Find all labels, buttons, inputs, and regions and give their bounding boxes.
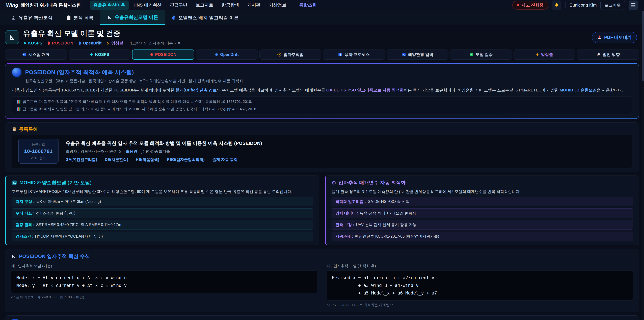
nav-item-reports[interactable]: 보고자료 bbox=[192, 1, 217, 10]
main-nav: 유출유 확산예측 HNS·대기확산 긴급구난 보고자료 항공탐색 게시판 기상정… bbox=[90, 1, 320, 10]
formula-model2: 제2 입자추적 모델 (최적화 후) Revised_x = a1·curren… bbox=[327, 263, 633, 307]
tag-pso: PSO(입자군집최적화) bbox=[167, 157, 204, 162]
optimization-description: 뜰개 관측 경로와 제1 모델 예측값의 단위시간별 변화량을 비교하여 제2 … bbox=[332, 189, 633, 195]
badge-opendrift: OpenDrift bbox=[78, 41, 102, 46]
spec-row-grid: 격자 구성 :동아시아 9km + 한반도 3km (Nesting) bbox=[12, 197, 313, 206]
model-badge-row: KOSPS POSEIDON OpenDrift 앙상블 라그랑지안 입자추적 … bbox=[23, 41, 182, 46]
patent-meta: 발명자 : 김도연·김용혁·김충기 외 | 출원인 : (주)아라종합기술 bbox=[66, 149, 262, 154]
patent-section-header: 등록특허 bbox=[12, 126, 632, 132]
export-icon bbox=[597, 35, 602, 40]
poseidon-title: POSEIDON (입자추적 최적화 예측 시스템) bbox=[25, 69, 134, 76]
divider bbox=[565, 2, 566, 8]
clipboard-icon bbox=[66, 15, 71, 21]
pill-system-overview[interactable]: 시스템 개요 bbox=[5, 50, 67, 60]
tab-analysis-list[interactable]: 분석 목록 bbox=[59, 11, 100, 25]
spec-row-algorithm: 최적화 알고리즘 :GA·DE·HS·PSO 중 선택 bbox=[332, 197, 633, 206]
pdf-export-label: PDF 내보내기 bbox=[604, 35, 632, 41]
mohid-card: MOHID 해양순환모델 (기반 모델) 포르투갈 IST/MARETEC에서 … bbox=[5, 176, 319, 245]
pill-opendrift[interactable]: OpenDrift bbox=[196, 50, 258, 60]
bookmark-tabs-icon bbox=[17, 100, 21, 104]
scrollbar-track[interactable] bbox=[642, 11, 644, 320]
tab-label: 유출유확산모델 이론 bbox=[115, 14, 158, 21]
pill-ensemble[interactable]: 앙상블 bbox=[514, 50, 576, 60]
highlight-mohid: MOHID 3D 순환모델 bbox=[560, 88, 597, 92]
system-overview-icon bbox=[22, 52, 26, 57]
hamburger-icon bbox=[631, 3, 636, 4]
set-square-icon bbox=[11, 254, 16, 259]
formula-model1: 제1 입자추적 모델 (기본) Model_x = Δt × current_u… bbox=[11, 263, 317, 307]
tag-drifter-assimilation: 뜰개 자동 동화 bbox=[212, 157, 238, 162]
nav-item-rescue[interactable]: 긴급구난 bbox=[166, 1, 191, 10]
pill-poseidon[interactable]: POSEIDON bbox=[132, 50, 194, 60]
set-square-icon bbox=[8, 34, 16, 41]
poseidon-description: 김충기·김도연 외(등록특허 10-1868791, 2018)가 개발한 PO… bbox=[12, 87, 632, 93]
hamburger-menu-button[interactable] bbox=[628, 1, 638, 10]
tab-label: 분석 목록 bbox=[74, 15, 94, 21]
bell-icon bbox=[554, 3, 559, 8]
cycle-icon: ↻ bbox=[11, 319, 19, 320]
tab-label: 유출유 확산분석 bbox=[18, 15, 53, 21]
tag-de: DE(차분진화) bbox=[105, 157, 128, 162]
operation-section: ↻ POSEIDON_V2 상시 운용 체계 외부 입력 자료 HYCOM 해류… bbox=[5, 315, 639, 320]
tab-diffusion-model-theory[interactable]: 유출유확산모델 이론 bbox=[100, 11, 165, 25]
navbar-right: 사고 진행중 Eunjeong Kim 로그아웃 bbox=[512, 1, 638, 10]
optimization-card: ⚙ 입자추적 매개변수 자동 최적화 뜰개 관측 경로와 제1 모델 예측값의 … bbox=[325, 176, 639, 245]
nav-item-oil-spill-forecast[interactable]: 유출유 확산예측 bbox=[90, 1, 129, 10]
model2-code-block: Revised_x = a1·current_u + a2·current_v … bbox=[327, 270, 633, 300]
spec-row-obs-augmentation: 관측 보강 :UAV·선박 탑재 센서 동시 활용 가능 bbox=[332, 220, 633, 229]
tab-oil-fence-theory[interactable]: 오일펜스 배치 알고리즘 이론 bbox=[165, 11, 245, 25]
pill-kosps[interactable]: KOSPS bbox=[68, 50, 130, 60]
badge-note: 라그랑지안 입자추적 이론 기반 bbox=[128, 41, 182, 46]
model2-label: 제2 입자추적 모델 (최적화 후) bbox=[327, 263, 633, 268]
pdf-export-button[interactable]: PDF 내보내기 bbox=[592, 32, 637, 43]
reg-number-value: 10-1868791 bbox=[20, 148, 56, 154]
poseidon-section: POSEIDON (입자추적 최적화 예측 시스템) 한국환경연구원 · (주)… bbox=[5, 63, 639, 119]
microscope-icon bbox=[11, 15, 16, 21]
page-header: 유출유 확산 모델 이론 및 검증 KOSPS POSEIDON OpenDri… bbox=[5, 29, 639, 46]
pill-roadmap[interactable]: 발전 방향 bbox=[577, 50, 639, 60]
patent-info: 유출유 확산 예측을 위한 입자 추적 모듈 최적화 방법 및 이를 이용한 예… bbox=[66, 140, 262, 162]
scroll-icon bbox=[12, 127, 16, 132]
incident-status-badge[interactable]: 사고 진행중 bbox=[512, 1, 548, 10]
formula-section-header: POSEIDON 입자추적 핵심 수식 bbox=[11, 253, 633, 260]
tag-ga: GA(유전알고리즘) bbox=[66, 157, 97, 162]
ocean-wave-icon bbox=[12, 180, 17, 185]
logout-button[interactable]: 로그아웃 bbox=[600, 1, 625, 10]
pill-weathering-process[interactable]: 풍화 프로세스 bbox=[323, 50, 385, 60]
diamond-icon bbox=[23, 42, 26, 45]
nav-item-board[interactable]: 게시판 bbox=[244, 1, 264, 10]
pill-ocean-env-input[interactable]: 해양환경 입력 bbox=[386, 50, 448, 60]
tab-spill-analysis[interactable]: 유출유 확산분석 bbox=[4, 11, 59, 25]
spec-row-support-project: 지원과제 :행정안전부 KCG-01-2017-05 (해양경비지원기술) bbox=[332, 232, 633, 241]
model1-code-block: Model_x = Δt × current_u + Δt × c × wind… bbox=[11, 270, 317, 293]
nav-item-integrated-search[interactable]: 통합조회 bbox=[296, 1, 320, 10]
notifications-button[interactable] bbox=[552, 1, 561, 10]
spec-row-boundary: 경계조건 :HYCOM 재분석 (MYOCEAN 대비 우수) bbox=[12, 232, 313, 241]
main-content: 유출유 확산 모델 이론 및 검증 KOSPS POSEIDON OpenDri… bbox=[0, 25, 644, 320]
gear-icon: ⚙ bbox=[332, 180, 336, 186]
nav-item-weather[interactable]: 기상정보 bbox=[265, 1, 290, 10]
reference-item: 참고문헌 ②: 이재호·임병준·김도연 외, "2016년 동아시아 해역의 M… bbox=[17, 107, 627, 112]
applicant-label: 출원인 bbox=[126, 149, 137, 154]
status-badge-label: 사고 진행중 bbox=[522, 2, 544, 8]
nav-item-hns[interactable]: HNS·대기확산 bbox=[130, 1, 165, 10]
patent-card: 등록번호 10-1868791 2018 등록 유출유 확산 예측을 위한 입자… bbox=[12, 135, 632, 168]
diamond-icon bbox=[90, 53, 93, 56]
optimization-card-title: 입자추적 매개변수 자동 최적화 bbox=[338, 179, 406, 186]
sphere-icon bbox=[12, 68, 22, 77]
formula-section-title: POSEIDON 입자추적 핵심 수식 bbox=[19, 253, 90, 260]
model-columns: MOHID 해양순환모델 (기반 모델) 포르투갈 IST/MARETEC에서 … bbox=[5, 176, 639, 245]
scrollbar-thumb[interactable] bbox=[642, 11, 644, 81]
patent-number-box: 등록번호 10-1868791 2018 등록 bbox=[18, 139, 58, 164]
compass-icon bbox=[277, 52, 282, 57]
tag-hs: HS(화음탐색) bbox=[136, 157, 159, 162]
pill-particle-tracking[interactable]: 입자추적법 bbox=[260, 50, 321, 60]
red-ellipse-icon bbox=[47, 41, 50, 45]
patent-section-title: 등록특허 bbox=[19, 126, 38, 132]
pill-model-validation[interactable]: 모델 검증 bbox=[450, 50, 512, 60]
formula-section: POSEIDON 입자추적 핵심 수식 제1 입자추적 모델 (기본) Mode… bbox=[5, 249, 639, 312]
nav-item-aerial-search[interactable]: 항공탐색 bbox=[218, 1, 243, 10]
spec-row-vertical-coord: 수직 좌표 :σ + Z-level 혼합 (GVC) bbox=[12, 208, 313, 218]
patent-tags: GA(유전알고리즘) DE(차분진화) HS(화음탐색) PSO(입자군집최적화… bbox=[66, 157, 262, 162]
poseidon-header: POSEIDON (입자추적 최적화 예측 시스템) bbox=[12, 68, 632, 77]
